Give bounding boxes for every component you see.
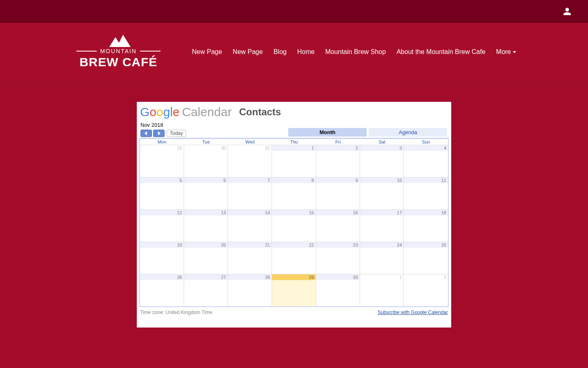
day-number: 8	[272, 177, 316, 183]
day-body	[140, 248, 184, 274]
nav-new-page-2[interactable]: New Page	[233, 48, 263, 56]
day-body	[316, 151, 360, 177]
day-body	[184, 248, 228, 274]
day-body	[272, 183, 316, 209]
day-cell[interactable]: 31	[228, 145, 272, 177]
tab-month[interactable]: Month	[288, 128, 367, 137]
day-number: 15	[272, 210, 316, 215]
day-body	[228, 215, 272, 242]
user-icon[interactable]	[563, 7, 572, 16]
day-cell[interactable]: 15	[272, 209, 316, 242]
day-body	[316, 215, 360, 242]
next-month-button[interactable]	[153, 130, 165, 137]
week-row: 262728293012	[140, 274, 448, 306]
day-cell[interactable]: 5	[140, 177, 184, 209]
day-number: 19	[140, 242, 184, 248]
day-cell[interactable]: 25	[404, 242, 448, 274]
day-cell[interactable]: 30	[316, 274, 360, 306]
day-body	[140, 280, 184, 306]
day-number: 31	[228, 145, 272, 151]
day-number: 17	[360, 210, 404, 215]
day-cell[interactable]: 21	[228, 242, 272, 274]
day-cell[interactable]: 11	[404, 177, 448, 209]
svg-marker-3	[158, 131, 160, 135]
nav-new-page-1[interactable]: New Page	[192, 48, 222, 56]
day-cell[interactable]: 8	[272, 177, 316, 209]
day-cell[interactable]: 1	[360, 274, 404, 306]
nav-more-label: More	[496, 48, 511, 56]
view-tabs: Month Agenda	[288, 128, 447, 137]
day-cell[interactable]: 30	[184, 145, 228, 177]
day-number: 27	[184, 274, 228, 280]
day-cell[interactable]: 29	[140, 145, 184, 177]
utility-bar	[0, 0, 588, 23]
day-cell[interactable]: 10	[360, 177, 404, 209]
timezone-text: Time zone: United Kingdom Time	[140, 310, 212, 315]
dow-fri: Fri	[316, 139, 360, 145]
day-body	[184, 151, 228, 177]
today-button[interactable]: Today	[167, 130, 186, 137]
day-cell[interactable]: 19	[140, 242, 184, 274]
site-logo[interactable]: MOUNTAIN BREW CAFÉ	[74, 35, 163, 69]
day-cell[interactable]: 29	[272, 274, 316, 306]
day-body	[140, 215, 184, 242]
nav-about[interactable]: About the Mountain Brew Cafe	[396, 48, 486, 56]
subscribe-link[interactable]: Subscribe with Google Calendar	[378, 310, 448, 315]
day-number: 11	[404, 177, 448, 183]
day-body	[228, 248, 272, 274]
day-cell[interactable]: 28	[228, 274, 272, 306]
logo-rule-right	[140, 51, 160, 52]
day-cell[interactable]: 20	[184, 242, 228, 274]
day-cell[interactable]: 2	[404, 274, 448, 306]
day-cell[interactable]: 16	[316, 209, 360, 242]
nav-more[interactable]: More	[496, 48, 516, 56]
day-cell[interactable]: 14	[228, 209, 272, 242]
dow-thu: Thu	[272, 139, 316, 145]
dow-sat: Sat	[360, 139, 404, 145]
main-nav-band: MOUNTAIN BREW CAFÉ New Page New Page Blo…	[0, 23, 588, 81]
nav-shop[interactable]: Mountain Brew Shop	[325, 48, 386, 56]
day-number: 30	[316, 274, 360, 280]
day-cell[interactable]: 3	[360, 145, 404, 177]
day-body	[272, 280, 316, 306]
day-cell[interactable]: 18	[404, 209, 448, 242]
day-cell[interactable]: 4	[404, 145, 448, 177]
nav-home[interactable]: Home	[297, 48, 315, 56]
day-cell[interactable]: 26	[140, 274, 184, 306]
day-cell[interactable]: 24	[360, 242, 404, 274]
tab-agenda[interactable]: Agenda	[369, 128, 447, 137]
day-cell[interactable]: 22	[272, 242, 316, 274]
dow-wed: Wed	[228, 139, 272, 145]
day-cell[interactable]: 13	[184, 209, 228, 242]
main-nav: New Page New Page Blog Home Mountain Bre…	[192, 48, 516, 56]
day-number: 13	[184, 210, 228, 215]
day-cell[interactable]: 17	[360, 209, 404, 242]
chevron-left-icon	[145, 131, 148, 135]
day-number: 7	[228, 177, 272, 183]
prev-month-button[interactable]	[140, 130, 152, 137]
svg-marker-2	[145, 131, 147, 135]
day-cell[interactable]: 7	[228, 177, 272, 209]
day-body	[316, 183, 360, 209]
day-number: 20	[184, 242, 228, 248]
day-number: 2	[404, 274, 448, 280]
day-cell[interactable]: 1	[272, 145, 316, 177]
dow-sun: Sun	[404, 139, 448, 145]
month-title: Nov 2018	[139, 121, 449, 128]
day-body	[140, 151, 184, 177]
day-cell[interactable]: 2	[316, 145, 360, 177]
day-cell[interactable]: 23	[316, 242, 360, 274]
day-cell[interactable]: 27	[184, 274, 228, 306]
day-number: 12	[140, 210, 184, 215]
day-number: 24	[360, 242, 404, 248]
calendar-grid: Mon Tue Wed Thu Fri Sat Sun 293031123456…	[139, 138, 449, 307]
day-body	[272, 151, 316, 177]
calendar-name: Contacts	[239, 106, 281, 118]
day-cell[interactable]: 12	[140, 209, 184, 242]
nav-blog[interactable]: Blog	[274, 48, 287, 56]
week-row: 12131415161718	[140, 209, 448, 242]
day-cell[interactable]: 6	[184, 177, 228, 209]
day-body	[360, 280, 404, 306]
day-cell[interactable]: 9	[316, 177, 360, 209]
day-number: 18	[404, 210, 448, 215]
